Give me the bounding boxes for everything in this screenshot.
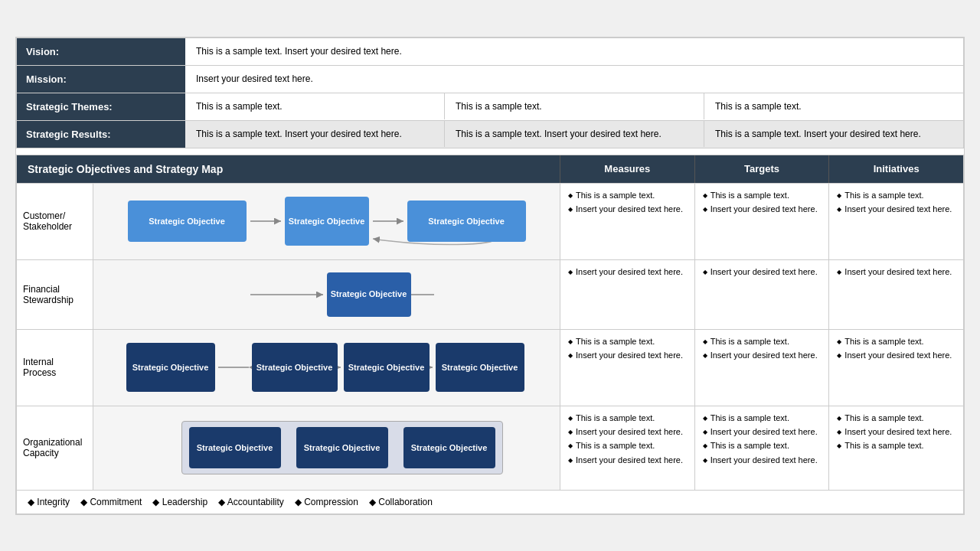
target-item: Insert your desired text here. <box>703 350 822 361</box>
themes-content: This is a sample text. This is a sample … <box>185 93 963 120</box>
measure-item: This is a sample text. <box>568 440 687 452</box>
ip-box-4: Strategic Objective <box>436 343 524 392</box>
initiative-item: This is a sample text. <box>837 440 956 452</box>
vision-content: This is a sample text. Insert your desir… <box>185 38 963 65</box>
results-row: Strategic Results: This is a sample text… <box>17 121 963 148</box>
customer-diagram: Strategic Objective Strategic Objective … <box>93 184 560 259</box>
customer-row: Customer/ Stakeholder <box>17 183 963 259</box>
measures-header: Measures <box>560 155 695 183</box>
financial-diagram: Strategic Objective <box>93 260 560 329</box>
measure-item: Insert your desired text here. <box>568 266 687 278</box>
customer-measures: This is a sample text. Insert your desir… <box>560 184 695 259</box>
value-collaboration: Collaboration <box>378 497 433 507</box>
measure-item: This is a sample text. <box>568 190 687 201</box>
page-container: Vision: This is a sample text. Insert yo… <box>15 37 965 515</box>
ip-box-2: Strategic Objective <box>252 343 338 392</box>
target-item: This is a sample text. <box>703 412 822 424</box>
cs-box-3: Strategic Objective <box>407 201 526 242</box>
initiatives-header: Initiatives <box>829 155 963 183</box>
org-capacity-measures: This is a sample text. Insert your desir… <box>560 406 695 490</box>
measure-item: This is a sample text. <box>568 412 687 424</box>
targets-header: Targets <box>695 155 830 183</box>
mission-row: Mission: Insert your desired text here. <box>17 66 963 93</box>
target-item: Insert your desired text here. <box>703 204 822 215</box>
theme-col-1: This is a sample text. <box>185 93 444 119</box>
target-item: Insert your desired text here. <box>703 426 822 438</box>
org-capacity-targets: This is a sample text. Insert your desir… <box>695 406 830 490</box>
org-capacity-diagram: Strategic Objective Strategic Objective … <box>93 406 560 490</box>
cs-box-2: Strategic Objective <box>285 197 369 246</box>
theme-col-3: This is a sample text. <box>704 93 963 119</box>
measure-item: Insert your desired text here. <box>568 350 687 361</box>
result-col-3: This is a sample text. Insert your desir… <box>704 121 963 147</box>
internal-targets: This is a sample text. Insert your desir… <box>695 330 830 406</box>
initiative-item: Insert your desired text here. <box>837 350 956 361</box>
fin-box-1: Strategic Objective <box>327 272 411 317</box>
value-accountability: Accountability <box>227 497 284 507</box>
result-col-2: This is a sample text. Insert your desir… <box>444 121 704 147</box>
initiative-item: This is a sample text. <box>837 190 956 201</box>
org-capacity-label: Organizational Capacity <box>17 406 93 490</box>
financial-initiatives: Insert your desired text here. <box>829 260 963 329</box>
initiative-item: Insert your desired text here. <box>837 426 956 438</box>
internal-initiatives: This is a sample text. Insert your desir… <box>829 330 963 406</box>
themes-label: Strategic Themes: <box>17 93 185 120</box>
mission-content: Insert your desired text here. <box>185 66 963 93</box>
target-item: This is a sample text. <box>703 190 822 201</box>
financial-label: Financial Stewardship <box>17 260 93 329</box>
results-content: This is a sample text. Insert your desir… <box>185 121 963 148</box>
financial-row: Financial Stewardship <box>17 259 963 329</box>
initiative-item: This is a sample text. <box>837 336 956 347</box>
target-item: Insert your desired text here. <box>703 455 822 466</box>
initiative-item: Insert your desired text here. <box>837 266 956 278</box>
customer-initiatives: This is a sample text. Insert your desir… <box>829 184 963 259</box>
measure-item: Insert your desired text here. <box>568 204 687 215</box>
ip-box-1: Strategic Objective <box>126 343 215 392</box>
internal-label: Internal Process <box>17 330 93 406</box>
oc-box-2: Strategic Objective <box>296 427 388 468</box>
cs-box-1: Strategic Objective <box>128 201 247 242</box>
target-item: This is a sample text. <box>703 336 822 347</box>
value-commitment: Commitment <box>90 497 142 507</box>
ip-box-3: Strategic Objective <box>344 343 430 392</box>
org-capacity-initiatives: This is a sample text. Insert your desir… <box>829 406 963 490</box>
strategy-map-section: Strategic Objectives and Strategy Map Me… <box>16 155 964 514</box>
financial-measures: Insert your desired text here. <box>560 260 695 329</box>
value-integrity: Integrity <box>37 497 70 507</box>
vision-label: Vision: <box>17 38 185 65</box>
results-label: Strategic Results: <box>17 121 185 148</box>
values-row: ◆ Integrity ◆ Commitment ◆ Leadership ◆ … <box>17 490 963 514</box>
oc-box-3: Strategic Objective <box>403 427 495 468</box>
value-compression: Compression <box>304 497 358 507</box>
measure-item: Insert your desired text here. <box>568 426 687 438</box>
measure-item: Insert your desired text here. <box>568 455 687 466</box>
target-item: This is a sample text. <box>703 440 822 452</box>
internal-measures: This is a sample text. Insert your desir… <box>560 330 695 406</box>
internal-row: Internal Process <box>17 329 963 406</box>
mission-label: Mission: <box>17 66 185 93</box>
org-capacity-row: Organizational Capacity Strategic Object… <box>17 406 963 490</box>
target-item: Insert your desired text here. <box>703 266 822 278</box>
internal-diagram: Strategic Objective Strategic Objective … <box>93 330 560 406</box>
value-leadership: Leadership <box>162 497 207 507</box>
customer-targets: This is a sample text. Insert your desir… <box>695 184 830 259</box>
customer-label: Customer/ Stakeholder <box>17 184 93 259</box>
map-header-main: Strategic Objectives and Strategy Map <box>17 155 560 183</box>
measure-item: This is a sample text. <box>568 336 687 347</box>
initiative-item: Insert your desired text here. <box>837 204 956 215</box>
result-col-1: This is a sample text. Insert your desir… <box>185 121 444 147</box>
vision-row: Vision: This is a sample text. Insert yo… <box>17 38 963 66</box>
oc-box-1: Strategic Objective <box>189 427 281 468</box>
financial-targets: Insert your desired text here. <box>695 260 830 329</box>
initiative-item: This is a sample text. <box>837 412 956 424</box>
themes-row: Strategic Themes: This is a sample text.… <box>17 93 963 121</box>
top-section: Vision: This is a sample text. Insert yo… <box>16 37 964 148</box>
theme-col-2: This is a sample text. <box>444 93 704 119</box>
map-header: Strategic Objectives and Strategy Map Me… <box>17 155 963 183</box>
